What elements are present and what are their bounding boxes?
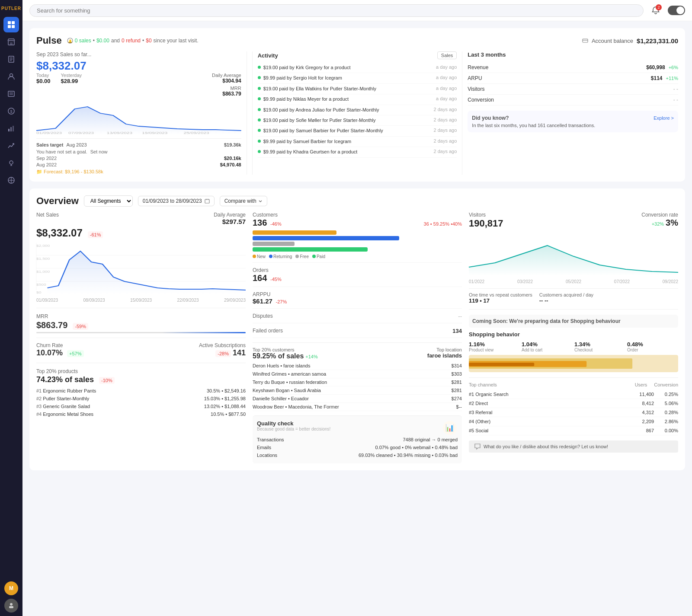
arppu-val: $61.27 <box>253 297 272 305</box>
comp-aug22-val: $4,970.48 <box>220 162 241 167</box>
bar-legend: New Returning Free Paid <box>253 254 462 259</box>
shop-order: 0.48% Order <box>627 341 678 352</box>
comp-sep22-val: $20.16k <box>224 156 241 161</box>
top-products: Top 20% products 74.23% of sales -10% #1… <box>36 363 246 418</box>
activity-dot <box>258 76 261 79</box>
svg-text:07/09/2023: 07/09/2023 <box>68 131 94 135</box>
sidebar-item-customers[interactable] <box>3 69 19 84</box>
shopping-metrics: 1.16% Product view 1.04% Add to cart 1.3… <box>469 341 678 352</box>
shopping-title: Shopping behavior <box>469 331 678 338</box>
svg-rect-18 <box>13 126 14 131</box>
svg-text:📊: 📊 <box>445 424 454 432</box>
comp-aug22-label: Aug 2022 <box>36 162 57 167</box>
pulse-refund-amount: $0 <box>146 38 151 44</box>
mrr-label-pulse: MRR <box>212 86 241 91</box>
ov-daily-avg-val: $297.57 <box>214 218 246 225</box>
date-range-picker[interactable]: 01/09/2023 to 28/09/2023 <box>138 196 215 206</box>
account-balance-amount: $1,223,331.00 <box>637 37 678 45</box>
svg-text:$500: $500 <box>36 283 46 287</box>
sidebar-item-analytics[interactable] <box>3 121 19 136</box>
sales-aug-val: $19.36k <box>224 142 241 147</box>
customer-list: Deron Huels • faroe islands$314 Winifred… <box>253 362 462 411</box>
sidebar-item-insights[interactable] <box>3 155 19 171</box>
notification-button[interactable]: 2 <box>649 3 663 17</box>
churn-val: 10.07% <box>36 348 63 357</box>
pulse-sales-count: 0 sales <box>75 38 91 44</box>
pulse-subtitle: 🔔 0 sales • $0.00 and 0 refund • $0 sinc… <box>67 38 199 44</box>
activity-filter[interactable]: Sales <box>437 51 457 59</box>
top-cust-header: Top 20% customers 59.25% of sales +14% T… <box>253 347 462 360</box>
prod-item-2: #2 Putler Starter-Monthly15.03% • $1,255… <box>36 395 246 402</box>
search-input[interactable] <box>29 4 644 17</box>
arppu-metric: ARPPU $61.27 -27% <box>253 291 462 309</box>
cust-row-3: Terry du Buque • russian federation$281 <box>253 378 462 386</box>
daily-avg-val: $304.94 <box>212 78 241 84</box>
orders-val: 164 <box>253 273 267 283</box>
explore-link[interactable]: Explore > <box>654 115 674 121</box>
svg-text:13/09/2023: 13/09/2023 <box>107 131 133 135</box>
pulse-title: Pulse <box>36 35 62 46</box>
content-area: Pulse 🔔 0 sales • $0.00 and 0 refund • $… <box>22 21 692 616</box>
activity-dot <box>258 129 261 132</box>
active-subs-val: 141 <box>233 348 246 357</box>
churn-section: Churn Rate 10.07% +57% Active Subscripti… <box>36 338 246 357</box>
notif-badge: 2 <box>656 4 662 10</box>
activity-item: $19.00 paid by Sofie Møller for Putler S… <box>258 115 457 126</box>
svg-rect-31 <box>583 39 588 42</box>
cust-row-2: Winifred Grimes • american samoa$303 <box>253 370 462 378</box>
overview-right-col: Visitors 190,817 Conversion rate +32% 3% <box>469 212 678 463</box>
activity-dot <box>258 97 261 100</box>
top-ch-conv-label: Conversion <box>654 382 678 387</box>
one-time-label: One time vs repeat customers <box>469 292 532 297</box>
today-label: Today <box>36 73 51 78</box>
sidebar-item-revenue[interactable]: $ <box>3 103 19 119</box>
sidebar-item-store[interactable] <box>3 34 19 50</box>
net-sales-label: Net Sales <box>36 212 59 218</box>
set-now-link[interactable]: Set now <box>90 149 108 154</box>
activity-dot <box>258 87 261 90</box>
top-prod-label: Top 20% products <box>36 368 246 374</box>
date-range-text: 01/09/2023 to 28/09/2023 <box>143 198 202 204</box>
sidebar-item-integrations[interactable] <box>3 172 19 188</box>
cust-row-4: Keyshawn Bogan • Saudi Arabia$281 <box>253 386 462 395</box>
ch-row-2: #2 Direct8,4125.06% <box>469 399 678 408</box>
top-channels: Top channels Users Conversion #1 Organic… <box>469 377 678 435</box>
svg-rect-17 <box>10 127 12 131</box>
top-cust-change: +14% <box>305 354 317 359</box>
feedback-text: What do you like / dislike about this re… <box>484 444 608 449</box>
sidebar-item-dashboard[interactable] <box>3 17 19 32</box>
theme-toggle[interactable] <box>668 6 685 15</box>
quality-check: Quality check Because good data = better… <box>253 415 462 463</box>
segment-select[interactable]: All Segments <box>84 195 133 207</box>
sidebar-avatar-m[interactable]: M <box>4 581 18 595</box>
activity-dot <box>258 118 261 121</box>
sidebar-item-reports[interactable] <box>3 51 19 67</box>
sidebar-item-orders[interactable] <box>3 86 19 102</box>
top-cust-pct: 59.25% of sales <box>253 352 304 360</box>
acquired-val: -- -- <box>539 297 593 304</box>
activity-item: $19.00 paid by Andrea Juliao for Putler … <box>258 105 457 115</box>
prod-item-4: #4 Ergonomic Metal Shoes10.5% • $877.50 <box>36 410 246 418</box>
bar-free <box>253 242 295 246</box>
ch-row-5: #5 Social8670.00% <box>469 426 678 435</box>
compare-with-button[interactable]: Compare with <box>220 196 267 206</box>
svg-rect-26 <box>9 606 13 608</box>
bar-paid <box>253 247 368 252</box>
churn-change: +57% <box>67 350 83 357</box>
churn-row: Churn Rate 10.07% +57% Active Subscripti… <box>36 342 246 357</box>
sidebar-avatar-ghost[interactable] <box>4 599 18 613</box>
activity-dot <box>258 66 261 69</box>
conv-change: +32% <box>652 221 664 227</box>
sidebar-item-trends[interactable] <box>3 138 19 153</box>
main-area: 2 Pulse 🔔 0 sales • $0.00 and 0 refund •… <box>22 0 692 616</box>
orders-change: -45% <box>270 277 282 282</box>
net-sales-change: -61% <box>88 231 103 238</box>
svg-rect-3 <box>12 25 15 28</box>
overview-grid: Net Sales Daily Average $297.57 $8,332.0… <box>36 212 678 463</box>
sales-target-label: Sales target <box>36 142 63 147</box>
pulse-refund-count: 0 refund <box>122 38 141 44</box>
visitors-val: 190,817 <box>469 218 503 229</box>
ov-daily-avg-label: Daily Average <box>214 212 246 218</box>
shop-add-to-cart: 1.04% Add to cart <box>522 341 573 352</box>
sales-target-aug: Aug 2023 <box>66 142 86 147</box>
